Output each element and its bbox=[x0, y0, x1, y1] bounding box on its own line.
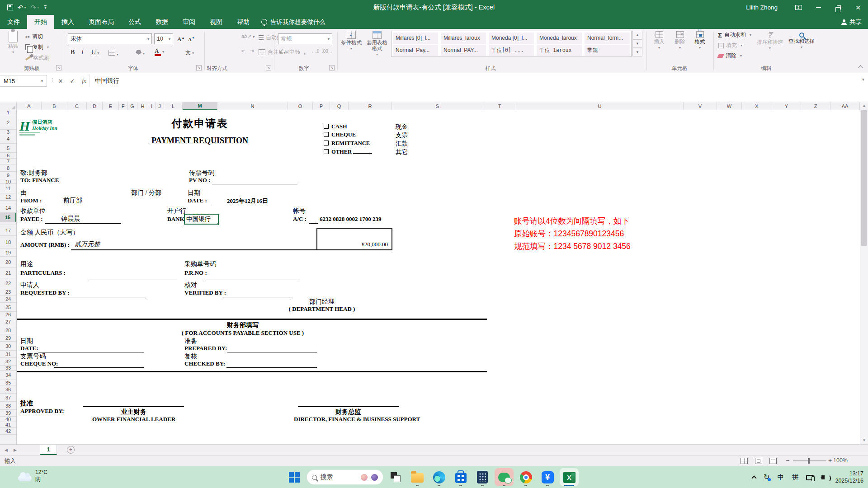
column-header-Q[interactable]: Q bbox=[330, 102, 349, 110]
redo-caret[interactable]: ▾ bbox=[37, 6, 39, 9]
column-header-T[interactable]: T bbox=[483, 102, 516, 110]
row-header-12[interactable]: 12 bbox=[0, 193, 16, 201]
share-button[interactable]: 共享 bbox=[841, 15, 862, 29]
scroll-up-arrow[interactable]: ▲ bbox=[860, 102, 868, 109]
shrink-font-button[interactable]: A▼ bbox=[188, 35, 195, 42]
row-header-28[interactable]: 28 bbox=[0, 326, 16, 334]
zoom-level[interactable]: 100% bbox=[833, 457, 848, 464]
decrease-indent-button[interactable]: ⇤ bbox=[241, 48, 245, 54]
calculator-taskbar-button[interactable] bbox=[473, 468, 492, 486]
row-header-15[interactable]: 15 bbox=[0, 213, 16, 222]
page-break-view-button[interactable] bbox=[769, 458, 777, 464]
fill-handle[interactable] bbox=[217, 223, 220, 225]
row-header-19[interactable]: 19 bbox=[0, 249, 16, 257]
column-header-C[interactable]: C bbox=[67, 102, 87, 110]
ac-value[interactable]: 6232 0828 0002 1700 239 bbox=[320, 216, 382, 223]
date-value[interactable]: 2025年12月16日 bbox=[227, 197, 268, 205]
normal-view-button[interactable] bbox=[741, 458, 748, 464]
minimize-button[interactable] bbox=[808, 0, 828, 15]
row-header-10[interactable]: 10 bbox=[0, 179, 16, 184]
row-header-42[interactable]: 42 bbox=[0, 428, 16, 435]
column-header-AA[interactable]: AA bbox=[830, 102, 860, 110]
row-header-23[interactable]: 23 bbox=[0, 288, 16, 296]
zoom-slider-thumb[interactable] bbox=[808, 458, 810, 464]
zoom-in-button[interactable]: + bbox=[828, 457, 832, 464]
row-header-29[interactable]: 29 bbox=[0, 334, 16, 342]
row-header-35[interactable]: 35 bbox=[0, 380, 16, 385]
row-header-31[interactable]: 31 bbox=[0, 351, 16, 358]
styles-gallery-more-button[interactable]: ▼ bbox=[632, 48, 642, 56]
undo-button[interactable]: ↶▾ bbox=[18, 4, 26, 11]
alignment-dialog-launcher[interactable]: ↘ bbox=[266, 65, 271, 70]
close-button[interactable]: ✕ bbox=[848, 0, 868, 15]
row-header-14[interactable]: 14 bbox=[0, 203, 16, 213]
edge-taskbar-button[interactable] bbox=[429, 468, 448, 486]
style-chip-4[interactable]: Normal_form... bbox=[585, 33, 630, 44]
font-size-select[interactable]: 10▾ bbox=[154, 33, 173, 44]
checkbox-cash[interactable] bbox=[324, 124, 329, 129]
row-header-6[interactable]: 6 bbox=[0, 153, 16, 159]
checkbox-other[interactable] bbox=[324, 149, 329, 154]
column-header-B[interactable]: B bbox=[42, 102, 67, 110]
ribbon-tab-8[interactable]: 帮助 bbox=[230, 15, 257, 29]
ribbon-tab-6[interactable]: 审阅 bbox=[175, 15, 203, 29]
column-header-Y[interactable]: Y bbox=[772, 102, 801, 110]
column-header-D[interactable]: D bbox=[87, 102, 103, 110]
row-header-37[interactable]: 37 bbox=[0, 394, 16, 402]
vertical-scrollbar[interactable]: ▲ ▼ bbox=[860, 102, 868, 444]
row-header-22[interactable]: 22 bbox=[0, 278, 16, 288]
row-header-32[interactable]: 32 bbox=[0, 358, 16, 366]
name-box[interactable]: M15 ▾ bbox=[0, 75, 47, 87]
percent-style-button[interactable]: % bbox=[295, 48, 300, 55]
clipboard-dialog-launcher[interactable]: ↘ bbox=[56, 65, 61, 70]
next-sheet-button[interactable]: ▶ bbox=[14, 445, 17, 455]
ime-language-indicator[interactable]: 中 bbox=[777, 473, 784, 482]
fill-button[interactable]: ↓ 填充 bbox=[718, 42, 742, 49]
row-header-1[interactable]: 1 bbox=[0, 110, 16, 115]
amount-value[interactable]: ¥20,000.00 bbox=[326, 241, 388, 248]
taskbar-clock[interactable]: 13:17 2025/12/16 bbox=[835, 470, 863, 484]
ime-pinyin-indicator[interactable]: 拼 bbox=[792, 473, 798, 482]
style-chip-3[interactable]: Moneda_laroux bbox=[537, 33, 582, 44]
style-chip-8[interactable]: 千位_1aroux bbox=[537, 45, 582, 56]
format-as-table-button[interactable]: 套用表格格式 ▾ bbox=[365, 31, 389, 56]
column-header-P[interactable]: P bbox=[313, 102, 330, 110]
conditional-formatting-button[interactable]: ≠ 条件格式 ▾ bbox=[340, 31, 363, 51]
payment-app-taskbar-button[interactable]: ¥ bbox=[538, 468, 557, 486]
style-chip-1[interactable]: Millares_laroux bbox=[441, 33, 486, 44]
page-layout-view-button[interactable] bbox=[755, 458, 762, 464]
new-sheet-button[interactable]: + bbox=[67, 446, 75, 454]
checkbox-remittance[interactable] bbox=[324, 141, 329, 145]
italic-button[interactable]: I bbox=[81, 49, 84, 56]
decrease-decimal-button[interactable]: .00→ bbox=[322, 49, 333, 54]
taskbar-search[interactable]: 搜索 bbox=[307, 469, 383, 485]
fill-color-button[interactable] bbox=[136, 50, 145, 56]
row-header-36[interactable]: 36 bbox=[0, 385, 16, 394]
payee-value[interactable]: 钟晨晨 bbox=[61, 215, 80, 223]
grow-font-button[interactable]: A▲ bbox=[177, 35, 184, 42]
ribbon-tab-4[interactable]: 公式 bbox=[121, 15, 148, 29]
style-chip-7[interactable]: 千位[0]_... bbox=[489, 45, 534, 56]
zoom-slider-track[interactable] bbox=[793, 460, 826, 461]
row-header-21[interactable]: 21 bbox=[0, 267, 16, 278]
row-header-38[interactable]: 38 bbox=[0, 402, 16, 410]
row-header-25[interactable]: 25 bbox=[0, 303, 16, 312]
accounting-format-button[interactable]: ¥ bbox=[279, 48, 285, 55]
insert-function-button[interactable]: fx bbox=[79, 75, 90, 87]
style-chip-6[interactable]: Normal_PAY... bbox=[441, 45, 486, 56]
excel-taskbar-button[interactable]: X bbox=[560, 468, 579, 486]
row-header-11[interactable]: 11 bbox=[0, 184, 16, 193]
style-chip-9[interactable]: 常规 bbox=[585, 45, 630, 56]
column-header-M[interactable]: M bbox=[183, 102, 217, 110]
style-chip-2[interactable]: Moneda [0]_l... bbox=[489, 33, 534, 44]
chrome-taskbar-button[interactable] bbox=[516, 468, 535, 486]
format-cells-button[interactable]: ⇿ 格式 ▾ bbox=[691, 31, 709, 50]
zoom-out-button[interactable]: − bbox=[786, 457, 789, 464]
wechat-taskbar-button[interactable] bbox=[495, 468, 514, 486]
column-header-V[interactable]: V bbox=[684, 102, 717, 110]
column-header-F[interactable]: F bbox=[119, 102, 127, 110]
autosum-button[interactable]: Σ 自动求和 bbox=[718, 31, 751, 39]
column-header-W[interactable]: W bbox=[717, 102, 742, 110]
row-header-40[interactable]: 40 bbox=[0, 417, 16, 422]
row-header-33[interactable]: 33 bbox=[0, 366, 16, 371]
